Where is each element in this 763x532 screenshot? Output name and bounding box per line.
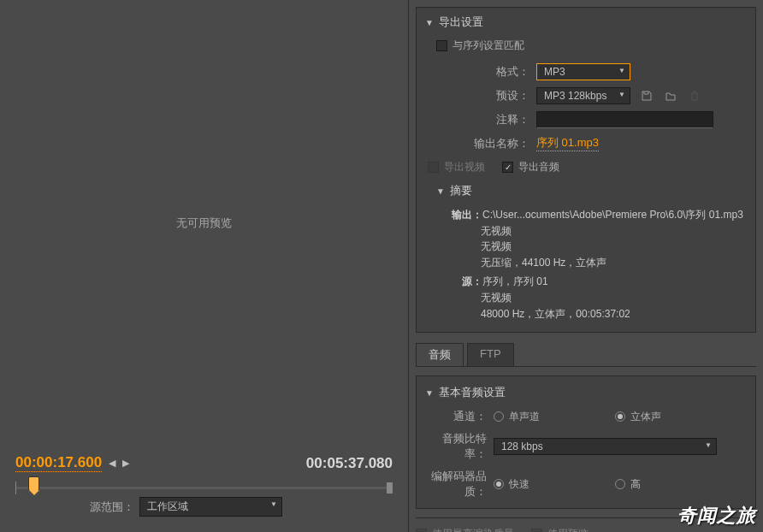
export-video-checkbox: [428, 162, 439, 173]
match-sequence-checkbox[interactable]: [436, 40, 447, 51]
export-audio-label: 导出音频: [518, 160, 559, 174]
source-range-dropdown[interactable]: 工作区域: [139, 497, 282, 517]
no-preview-text: 无可用预览: [176, 216, 232, 231]
match-sequence-label: 与序列设置匹配: [452, 38, 524, 53]
preview-panel: 无可用预览 00:00:17.600 ◀ ▶ 00:05:37.080 源: [0, 0, 408, 532]
playhead-handle[interactable]: [28, 476, 39, 491]
disclosure-icon[interactable]: ▼: [425, 18, 434, 27]
timeline-controls: 00:00:17.600 ◀ ▶ 00:05:37.080: [15, 454, 393, 489]
max-render-checkbox: [416, 529, 427, 532]
save-preset-icon[interactable]: [639, 88, 654, 103]
preset-label: 预设：: [425, 88, 536, 103]
high-radio[interactable]: 高: [615, 477, 641, 492]
comment-input[interactable]: [536, 111, 713, 128]
export-title: 导出设置: [439, 15, 483, 30]
mono-radio[interactable]: 单声道: [494, 410, 540, 424]
timeline-slider[interactable]: [15, 487, 393, 489]
tab-audio[interactable]: 音频: [416, 343, 464, 366]
output-name-link[interactable]: 序列 01.mp3: [536, 135, 599, 151]
channel-label: 通道：: [425, 409, 494, 424]
use-preview-label: 使用预览: [547, 527, 589, 532]
time-total: 00:05:37.080: [306, 455, 393, 472]
bitrate-label: 音频比特率：: [425, 431, 494, 462]
slider-end-handle[interactable]: [387, 482, 393, 494]
audio-disclosure-icon[interactable]: ▼: [425, 388, 434, 398]
export-video-label: 导出视频: [444, 160, 485, 174]
export-settings-section: ▼ 导出设置 与序列设置匹配 格式： MP3 预设： MP3 128kbps 注…: [416, 7, 756, 333]
fast-radio[interactable]: 快速: [494, 477, 529, 492]
format-dropdown[interactable]: MP3: [536, 63, 630, 80]
source-range-label: 源范围：: [90, 499, 134, 515]
use-preview-checkbox: [531, 529, 542, 532]
codec-quality-label: 编解码器品质：: [425, 469, 494, 499]
settings-panel: ▼ 导出设置 与序列设置匹配 格式： MP3 预设： MP3 128kbps 注…: [408, 0, 763, 532]
preview-area: 无可用预览: [0, 0, 408, 446]
tab-ftp[interactable]: FTP: [467, 343, 514, 366]
export-audio-checkbox[interactable]: [502, 162, 513, 173]
summary-disclosure-icon[interactable]: ▼: [436, 186, 445, 196]
stereo-radio[interactable]: 立体声: [615, 410, 661, 424]
prev-frame-icon[interactable]: ◀: [109, 458, 115, 469]
tab-row: 音频 FTP: [416, 343, 756, 367]
audio-settings-section: ▼ 基本音频设置 通道： 单声道 立体声 音频比特率： 128 kbps 编解码…: [416, 375, 756, 509]
output-name-label: 输出名称：: [425, 136, 536, 151]
import-preset-icon[interactable]: [663, 88, 678, 103]
max-render-label: 使用最高渲染质量: [432, 527, 514, 532]
bitrate-dropdown[interactable]: 128 kbps: [494, 438, 717, 455]
preset-dropdown[interactable]: MP3 128kbps: [536, 87, 630, 104]
summary-content: 输出：C:\User...ocuments\Adobe\Premiere Pro…: [452, 207, 747, 322]
format-label: 格式：: [425, 64, 536, 80]
audio-settings-title: 基本音频设置: [439, 385, 506, 400]
time-current[interactable]: 00:00:17.600: [15, 454, 102, 472]
comment-label: 注释：: [425, 112, 536, 127]
summary-title: 摘要: [450, 183, 472, 198]
next-frame-icon[interactable]: ▶: [122, 458, 129, 469]
watermark: 奇闻之旅: [677, 503, 756, 529]
delete-preset-icon: [687, 88, 702, 103]
